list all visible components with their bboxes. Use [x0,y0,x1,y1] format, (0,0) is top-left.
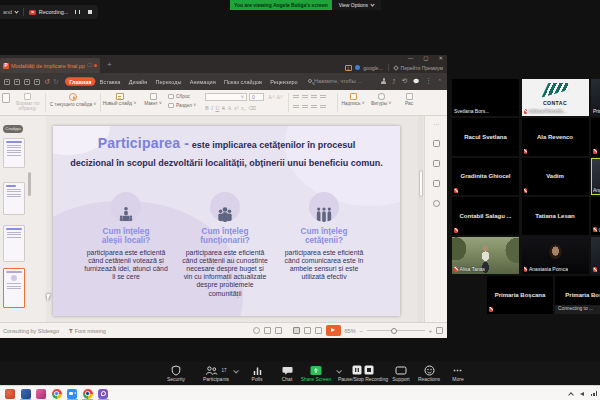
fullscreen-button[interactable] [436,327,443,334]
canvas-scrollbar[interactable] [418,116,423,322]
document-tab[interactable]: P Modalități de implicare final.pptx 🖵 [0,58,100,73]
view-options-button[interactable]: View Options [332,0,381,10]
textbox-button[interactable]: Надпись ˅ [340,93,366,106]
participant-tile[interactable]: CONTAC Liliana Porumb... [522,79,589,117]
display-settings-icon[interactable] [275,327,282,334]
format-painter-button[interactable]: Формат по образцу [11,93,44,111]
show-hidden-icons[interactable] [568,392,574,398]
chevron-down-icon[interactable] [15,9,19,13]
taskbar-viber-icon[interactable] [98,389,108,399]
print-preview-icon[interactable] [24,79,30,85]
collapse-ribbon-icon[interactable]: ⌃ [438,78,442,84]
participant-tile[interactable]: Primaria Boșcana [487,276,553,314]
taskbar-zoom-icon[interactable] [67,389,77,399]
slide-thumbnail-1[interactable] [3,138,25,168]
font-missing-indicator[interactable]: ƬFont missing [69,328,106,334]
new-slide-button[interactable]: Новый слайд ˅ [101,93,138,106]
sidebar-star-icon[interactable] [433,160,440,167]
slide-thumbnail-3[interactable] [3,225,25,262]
participant-tile[interactable]: Anastasia Pomca [522,237,589,275]
more-button[interactable]: ⋯ More [428,365,488,383]
font-name-box[interactable]: ˅ [205,93,247,101]
menu-review[interactable]: Рецензиро [266,77,302,85]
char-format-row[interactable]: BIUSAx²x₂⌫ [205,105,256,111]
participant-tile[interactable]: Tatiana Lesan [522,197,589,235]
participant-tile[interactable]: Vadim [522,158,589,196]
slideshow-play-button[interactable] [326,325,341,336]
shapes-button[interactable]: Фигуры ˅ [368,93,394,106]
sidebar-comment-icon[interactable] [433,180,440,187]
stop-recording-button[interactable] [88,10,92,14]
sidebar-slides-icon[interactable] [433,140,440,147]
slide-thumbnail-2[interactable] [3,182,25,215]
zoom-in-button[interactable]: + [429,328,432,334]
taskbar-chrome-icon[interactable] [52,389,62,399]
menu-insert[interactable]: Вставка [95,77,124,85]
notes-icon[interactable] [253,327,260,334]
close-button[interactable]: ✕ [438,55,443,62]
slide-thumbnail-4[interactable] [3,268,25,308]
participant-tile[interactable]: O... [591,197,600,235]
redo-icon[interactable]: ↻ [53,77,59,86]
layout-button[interactable]: Макет ˅ [139,93,167,106]
participant-tile-active-speaker[interactable]: Ange... [591,158,600,196]
ribbon-search[interactable]: Нажмите, чтобы ... [308,78,362,84]
reading-view-button[interactable] [315,327,322,334]
sidebar-more-icon[interactable]: ⋯ [425,120,447,127]
paste-button[interactable] [0,93,11,103]
menu-slideshow[interactable]: Показ слайдов [220,77,266,85]
volume-icon[interactable] [580,392,584,396]
menu-home[interactable]: Главная [65,77,96,85]
slides-tab-pill[interactable]: Слайды [3,125,23,133]
avatar[interactable] [355,65,361,71]
participant-tile[interactable]: P [591,118,600,156]
reset-button[interactable]: СбросРаздел ˅ [168,94,202,108]
more-ribbon-button[interactable]: Рас [398,93,420,106]
menu-animation[interactable]: Анимация [185,77,219,85]
participant-tile[interactable]: Ala Revenco [522,118,589,156]
network-icon[interactable] [591,391,597,396]
user-icon[interactable] [381,78,386,84]
participant-tile[interactable]: Contabil Salagu ... [452,197,519,235]
sidebar-history-icon[interactable] [433,200,440,207]
taskbar-chrome2-icon[interactable] [83,389,93,399]
panel-scrollbar[interactable] [28,172,31,196]
save-icon[interactable] [4,79,10,85]
list-format-icons[interactable] [293,95,329,101]
more-vertical-icon[interactable]: ⋮ [425,77,432,85]
participant-tile[interactable] [591,237,600,275]
new-tab-button[interactable]: + [107,59,112,71]
find-icon[interactable] [34,79,40,85]
slide-sorter-button[interactable] [304,327,311,334]
align-format-icons[interactable] [293,105,329,111]
participant-tile[interactable]: Svetlana Bors... [452,79,519,117]
undo-icon[interactable]: ↺ [44,77,50,86]
zoom-out-button[interactable]: − [360,328,363,334]
play-from-current-button[interactable]: С текущего слайда ˅ [47,93,99,107]
history-icon[interactable]: ⟲ [402,77,407,85]
premium-link[interactable]: Перейти Премиум [401,65,443,71]
pause-recording-button[interactable] [75,10,80,15]
share-icon[interactable]: ⤴ [392,78,395,85]
menu-transitions[interactable]: Переходы [151,77,185,85]
zoom-level[interactable]: 65% [345,328,356,334]
comment-icon[interactable]: 💬 [413,78,419,84]
participant-tile[interactable]: Racul Svetlana [452,118,519,156]
taskbar-photos-icon[interactable] [36,389,46,399]
participant-tile[interactable]: Primaria Boșc... Connecting to ... [555,276,600,314]
participant-tile[interactable]: Alisa Tanas [452,237,519,275]
maximize-button[interactable]: ▢ [423,55,428,62]
taskbar-powerpoint-icon[interactable] [5,389,15,399]
docs-count-badge[interactable]: 1 [345,65,352,71]
participant-tile[interactable]: Prim... [591,79,600,117]
print-icon[interactable] [14,79,20,85]
account-name[interactable]: google... [363,65,382,71]
zoom-slider[interactable] [367,330,425,331]
taskbar-word-icon[interactable] [21,389,31,399]
current-slide[interactable]: Participarea - este implicarea cetățenil… [53,126,400,316]
minimize-button[interactable]: — [408,55,414,62]
comment-status-icon[interactable] [264,327,271,334]
normal-view-button[interactable] [293,327,300,334]
menu-design[interactable]: Дизайн [124,77,151,85]
participant-tile[interactable]: Gradinita Ghiocel [452,158,519,196]
